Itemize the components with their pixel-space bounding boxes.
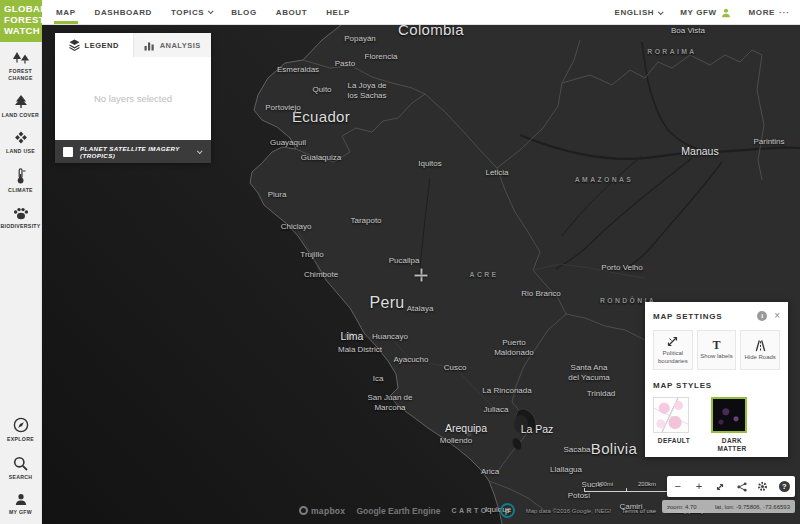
sidebar-item-label: EXPLORE xyxy=(7,436,34,443)
share-icon xyxy=(737,482,747,492)
logo-line: WATCH xyxy=(4,25,42,36)
my-gfw-button[interactable]: MY GFW xyxy=(680,0,730,25)
sidebar-item-climate[interactable]: CLIMATE xyxy=(0,166,41,196)
button-label: Show labels xyxy=(700,353,732,361)
fullscreen-icon xyxy=(715,482,725,492)
sidebar-item-search[interactable]: SEARCH xyxy=(0,454,41,483)
share-button[interactable] xyxy=(734,479,750,495)
political-boundaries-button[interactable]: Political boundaries xyxy=(653,330,693,370)
planet-basemap-checkbox[interactable] xyxy=(63,147,73,157)
mapbox-icon xyxy=(299,506,308,515)
chevron-down-icon[interactable] xyxy=(197,148,203,154)
tab-label: LEGEND xyxy=(85,41,119,50)
nav-item-dashboard[interactable]: DASHBOARD xyxy=(95,0,152,24)
nav-item-map[interactable]: MAP xyxy=(56,0,76,24)
trees-icon xyxy=(12,52,30,65)
fullscreen-button[interactable] xyxy=(712,479,728,495)
info-icon[interactable]: i xyxy=(757,311,767,321)
dark-matter-style-thumbnail[interactable] xyxy=(711,397,747,433)
sidebar-item-forest-change[interactable]: FOREST CHANGE xyxy=(0,50,41,84)
sidebar-item-land-use[interactable]: LAND USE xyxy=(0,129,41,157)
boundaries-icon xyxy=(666,335,679,348)
logo-line: GLOBAL xyxy=(4,3,42,14)
text-label-icon: T xyxy=(713,339,721,351)
planet-basemap-label: PLANET SATELLITE IMAGERY (TROPICS) xyxy=(80,145,190,159)
search-icon xyxy=(13,456,28,471)
map-data-credit: Map data ©2016 Google, INEGI xyxy=(526,508,611,514)
gfw-logo[interactable]: GLOBAL FOREST WATCH xyxy=(0,0,42,42)
thermometer-icon xyxy=(16,168,26,184)
show-labels-button[interactable]: T Show labels xyxy=(697,330,737,370)
sidebar-bottom-group: EXPLORE SEARCH MY GFW xyxy=(0,415,41,518)
close-icon[interactable]: × xyxy=(774,311,780,321)
help-icon: ? xyxy=(779,481,790,492)
tab-legend[interactable]: LEGEND xyxy=(55,33,133,57)
road-icon xyxy=(754,339,767,352)
more-menu-button[interactable]: MORE··· xyxy=(749,0,790,25)
main-nav: MAP DASHBOARD TOPICS BLOG ABOUT HELP xyxy=(56,0,350,24)
mapbox-attribution-link[interactable]: mapbox xyxy=(299,506,345,516)
zoom-in-button[interactable]: + xyxy=(691,479,707,495)
legend-body: No layers selected xyxy=(55,57,211,140)
person-icon xyxy=(721,8,731,18)
style-label: DARK MATTER xyxy=(711,437,753,454)
nav-label: TOPICS xyxy=(171,8,204,17)
chevron-down-icon xyxy=(208,8,214,14)
map-style-default[interactable]: DEFAULT xyxy=(653,397,695,454)
google-earth-engine-link[interactable]: Google Earth Engine xyxy=(356,506,440,516)
nav-item-about[interactable]: ABOUT xyxy=(276,0,307,24)
nav-label: DASHBOARD xyxy=(95,8,152,17)
sidebar-item-label: FOREST CHANGE xyxy=(1,68,40,82)
sidebar-item-my-gfw[interactable]: MY GFW xyxy=(0,491,41,518)
map-style-dark-matter[interactable]: DARK MATTER xyxy=(711,397,753,454)
sidebar-item-label: MY GFW xyxy=(9,509,32,516)
mapbox-wordmark: mapbox xyxy=(311,506,345,516)
legend-panel: LEGEND ANALYSIS No layers selected PLANE… xyxy=(55,33,211,163)
sidebar-item-explore[interactable]: EXPLORE xyxy=(0,415,41,445)
nav-label: MAP xyxy=(56,8,76,17)
planet-logo-icon[interactable]: p xyxy=(500,503,515,518)
sidebar-item-label: SEARCH xyxy=(9,474,33,481)
compass-icon xyxy=(13,417,29,433)
language-selector[interactable]: ENGLISH xyxy=(614,0,662,25)
zoom-out-button[interactable]: − xyxy=(670,479,686,495)
map-settings-buttons: Political boundaries T Show labels Hide … xyxy=(653,330,780,370)
ellipsis-icon: ··· xyxy=(779,8,790,17)
top-navbar: MAP DASHBOARD TOPICS BLOG ABOUT HELP ENG… xyxy=(0,0,800,25)
map-settings-panel: MAP SETTINGS i × Political boundaries T … xyxy=(645,302,788,457)
terms-of-use-link[interactable]: Terms of use xyxy=(622,508,656,514)
sidebar-item-land-cover[interactable]: LAND COVER xyxy=(0,93,41,121)
layers-icon xyxy=(69,39,80,51)
sidebar-item-label: LAND COVER xyxy=(2,112,39,119)
hide-roads-button[interactable]: Hide Roads xyxy=(740,330,780,370)
bar-chart-icon xyxy=(144,40,155,51)
planet-basemap-toggle[interactable]: PLANET SATELLITE IMAGERY (TROPICS) xyxy=(55,140,211,163)
carto-link[interactable]: CARTO xyxy=(451,507,488,514)
person-icon xyxy=(14,493,28,506)
default-style-thumbnail[interactable] xyxy=(653,397,689,433)
map-styles-title: MAP STYLES xyxy=(653,381,780,390)
sidebar-item-label: LAND USE xyxy=(6,148,35,155)
tree-icon xyxy=(13,95,29,109)
map-attribution: mapbox Google Earth Engine CARTO p Map d… xyxy=(299,503,704,518)
nav-label: HELP xyxy=(326,8,350,17)
map-settings-title: MAP SETTINGS xyxy=(653,312,757,321)
tab-analysis[interactable]: ANALYSIS xyxy=(133,33,212,57)
nav-item-topics[interactable]: TOPICS xyxy=(171,0,212,24)
nav-label: MORE xyxy=(749,8,775,17)
map-styles-options: DEFAULT DARK MATTER xyxy=(653,397,780,454)
nav-label: ENGLISH xyxy=(614,8,654,17)
nav-item-blog[interactable]: BLOG xyxy=(231,0,257,24)
nav-label: MY GFW xyxy=(680,8,716,17)
sidebar-item-biodiversity[interactable]: BIODIVERSITY xyxy=(0,205,41,232)
help-button[interactable]: ? xyxy=(776,479,792,495)
nav-item-help[interactable]: HELP xyxy=(326,0,350,24)
map-settings-button[interactable] xyxy=(755,479,771,495)
nav-label: BLOG xyxy=(231,8,257,17)
left-sidebar: FOREST CHANGE LAND COVER LAND USE CLIMAT… xyxy=(0,0,42,524)
gear-icon xyxy=(757,481,768,492)
style-label: DEFAULT xyxy=(653,437,695,445)
map-status-bar: zoom: 4.70 lat, lon: -9.75806, -73.66593 xyxy=(662,500,795,513)
map-toolbar: − + ? xyxy=(667,476,795,497)
map-settings-header: MAP SETTINGS i × xyxy=(653,311,780,321)
